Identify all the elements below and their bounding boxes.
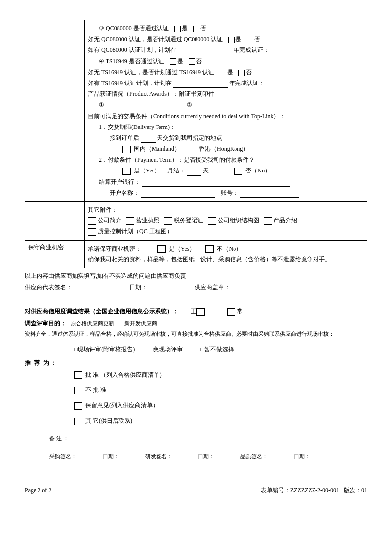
delivery-days-field[interactable]: [141, 135, 156, 143]
checkbox-credit-normal[interactable]: [196, 308, 205, 316]
checkbox-qc-plan-yes[interactable]: [228, 37, 235, 43]
checkbox-att3[interactable]: [164, 217, 172, 225]
checkbox-att6[interactable]: [88, 228, 96, 236]
purpose-row: 调查评审目的： 原合格供应商更新 新开发供应商: [25, 319, 367, 328]
secret-note: 确保我司相关的资料，样品等，包括图纸、设计、采购信息（含价格）等不泄露给竟争对手…: [88, 255, 364, 264]
payment-label: 2．付款条件（Payment Term）：是否接受我司的付款条件？: [88, 155, 364, 165]
rec-r2: 不 批 准: [25, 385, 367, 395]
ts-year-line: 如有 TS16949 认证计划，计划在 年完成认证：: [88, 79, 364, 88]
checkbox-ts-no[interactable]: [189, 58, 195, 65]
checkbox-qc-yes[interactable]: [174, 26, 181, 32]
checkbox-rec1[interactable]: [74, 371, 82, 379]
checkbox-hongkong[interactable]: [188, 146, 196, 153]
sig-row: 采购签名： 日期： 研发签名： 日期： 品质签名： 日期：: [25, 452, 367, 461]
qc-cert-line: ③ QC080000 是否通过认证 是 否: [88, 24, 364, 33]
opt-offsite[interactable]: □免现场评审: [150, 346, 183, 353]
remark-row: 备 注 ：: [25, 434, 367, 443]
checkbox-rec4[interactable]: [74, 418, 82, 425]
secret-content-cell: 承诺保守商业机密： 是（Yes） 不（No） 确保我司相关的资料，样品等，包括图…: [85, 240, 367, 268]
supplier-sig-row: 供应商代表签名： 日期： 供应商盖章：: [25, 283, 367, 292]
attach-cell: 其它附件： 公司简介 营业执照 税务登记证 公司组织结构图 产品介绍 质量控制计…: [85, 202, 367, 241]
acct-line: 开户名称： 账号：: [88, 188, 364, 198]
conditions-line: 目前可满足的交易条件（Conditions currently needed t…: [88, 112, 364, 121]
awards-fields: ① ②: [88, 100, 364, 110]
checkbox-credit-abnormal[interactable]: [227, 308, 235, 316]
rec-r4: 其 它(供日后联系): [25, 416, 367, 426]
acct-name-field[interactable]: [141, 190, 215, 198]
checkbox-mainland[interactable]: [122, 146, 131, 153]
qc-year-line: 如有 QC080000 认证计划，计划在 年完成认证：: [88, 45, 364, 55]
form-info: 表单编号：ZZZZZZZ-2-00-001 版次：01: [261, 486, 367, 495]
attach-left-cell: [25, 202, 85, 241]
form-table: ③ QC080000 是否通过认证 是 否 如无 QC080000 认证，是否计…: [25, 20, 367, 268]
checkbox-ts-plan-yes[interactable]: [220, 70, 226, 76]
checkbox-secret-no[interactable]: [205, 245, 214, 253]
opt-onsite[interactable]: □现场评审(附审核报告): [74, 346, 135, 353]
award2-field[interactable]: [194, 103, 263, 110]
page-number: Page 2 of 2: [25, 486, 51, 495]
credit-note: 资料齐全，通过体系认证，样品合格，经确认可免现场审核，可直接批准为合格供应商。必…: [25, 330, 367, 339]
cert-content-cell: ③ QC080000 是否通过认证 是 否 如无 QC080000 认证，是否计…: [85, 20, 367, 202]
delivery-label: 1．交货期限(Delivery Term)：: [88, 123, 364, 132]
review-opts: □现场评审(附审核报告) □免现场评审 □暂不做选择: [25, 345, 367, 354]
remark-field[interactable]: [70, 443, 336, 443]
bank-field[interactable]: [142, 179, 290, 187]
credit-title: 对供应商信用度调查结果（全国企业信用信息公示系统）： 正 常: [25, 307, 367, 316]
attach-row1: 公司简介 营业执照 税务登记证 公司组织结构图 产品介绍: [88, 216, 364, 225]
bank-line: 结算开户银行：: [88, 177, 364, 187]
checkbox-att1[interactable]: [88, 217, 96, 225]
truth-note: 以上内容由供应商如实填写,如有不实造成的问题由供应商负责: [25, 271, 367, 281]
checkbox-rec2[interactable]: [74, 387, 82, 394]
monthly-field[interactable]: [187, 169, 201, 176]
page-footer: Page 2 of 2 表单编号：ZZZZZZZ-2-00-001 版次：01: [25, 486, 367, 495]
checkbox-rec3[interactable]: [74, 402, 82, 410]
attach-row2: 质量控制计划（QC 工程图）: [88, 227, 364, 236]
acct-no-field[interactable]: [240, 190, 299, 198]
checkbox-pay-no[interactable]: [234, 168, 242, 175]
checkbox-qc-no[interactable]: [193, 26, 199, 32]
checkbox-ts-plan-no[interactable]: [238, 70, 245, 76]
opt-defer[interactable]: □暂不做选择: [201, 346, 234, 353]
awards-line: 产品获证情况（Product Awards）：附证书复印件: [88, 89, 364, 99]
delivery-days: 接到订单后 天交货到我司指定的地点: [88, 133, 364, 143]
checkbox-secret-yes[interactable]: [157, 245, 166, 253]
attach-title: 其它附件：: [88, 205, 364, 214]
checkbox-ts-yes[interactable]: [170, 58, 176, 65]
qc-year-field[interactable]: [178, 48, 232, 55]
award1-field[interactable]: [106, 103, 175, 110]
secret-promise: 承诺保守商业机密： 是（Yes） 不（No）: [88, 244, 364, 254]
ts-plan-line: 如无 TS16949 认证，是否计划通过 TS16949 认证 是 否: [88, 68, 364, 77]
delivery-loc: 国内（Mainland） 香港（HongKong）: [88, 144, 364, 154]
rec-r1: 批 准 （列入合格供应商清单）: [25, 370, 367, 380]
checkbox-qc-plan-no[interactable]: [247, 37, 253, 43]
checkbox-att2[interactable]: [126, 217, 134, 225]
rec-label: 推 荐 为：: [25, 358, 367, 368]
payment-opts: 是（Yes） 月结： 天 否（No）: [88, 166, 364, 175]
qc-plan-line: 如无 QC080000 认证，是否计划通过 QC080000 认证 是 否: [88, 35, 364, 44]
ts-year-field[interactable]: [173, 81, 228, 88]
checkbox-att4[interactable]: [208, 217, 216, 225]
rec-section: 推 荐 为： 批 准 （列入合格供应商清单） 不 批 准 保留意见(列入供应商清…: [25, 358, 367, 443]
ts-cert-line: ④ TS16949 是否通过认证 是 否: [88, 57, 364, 66]
rec-r3: 保留意见(列入供应商清单）: [25, 401, 367, 410]
cert-left-cell: [25, 20, 85, 202]
secret-label-cell: 保守商业机密: [25, 240, 85, 268]
checkbox-att5[interactable]: [264, 217, 272, 225]
checkbox-pay-yes[interactable]: [122, 168, 131, 175]
